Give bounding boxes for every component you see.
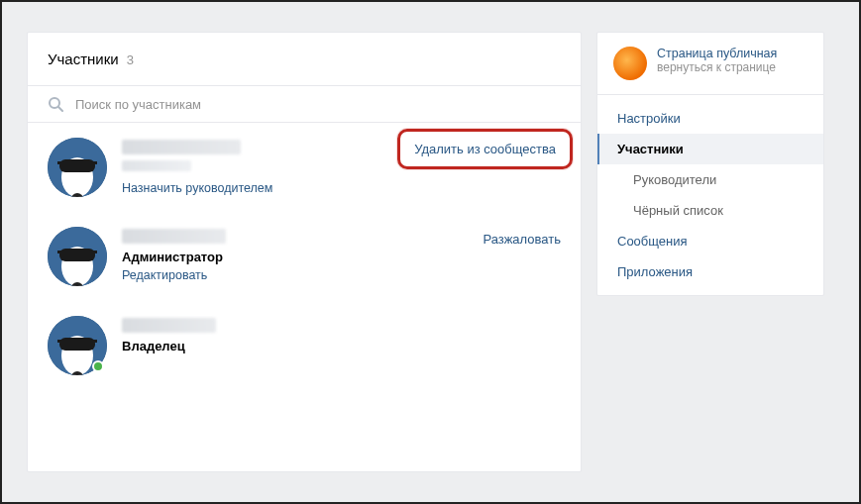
search-input[interactable]	[75, 97, 561, 112]
member-name[interactable]	[122, 140, 241, 154]
svg-rect-5	[59, 159, 95, 172]
avatar[interactable]	[48, 138, 107, 197]
member-role: Администратор	[122, 250, 561, 264]
svg-rect-16	[57, 340, 97, 343]
sidebar-item-apps[interactable]: Приложения	[597, 256, 823, 287]
svg-rect-10	[59, 249, 95, 261]
sidebar-item-settings[interactable]: Настройки	[597, 103, 823, 134]
sidebar-subitem-blacklist[interactable]: Чёрный список	[597, 195, 823, 226]
community-name-link[interactable]: Страница публичная	[657, 47, 777, 60]
sidebar-item-messages[interactable]: Сообщения	[597, 226, 823, 256]
svg-rect-6	[57, 161, 97, 164]
svg-rect-11	[57, 251, 97, 253]
assign-manager-link[interactable]: Назначить руководителем	[122, 181, 561, 195]
member-row: Назначить руководителем Удалить из сообщ…	[28, 123, 581, 212]
members-list: Назначить руководителем Удалить из сообщ…	[28, 123, 581, 390]
page-title: Участники	[48, 50, 119, 67]
sidebar-item-members[interactable]: Участники	[597, 134, 823, 164]
sidebar: Страница публичная вернуться к странице …	[596, 32, 824, 296]
member-subtext	[122, 160, 191, 171]
community-info: Страница публичная вернуться к странице	[657, 47, 777, 80]
svg-rect-15	[59, 338, 95, 351]
back-to-page-link[interactable]: вернуться к странице	[657, 60, 777, 74]
avatar-wrap	[48, 316, 107, 375]
avatar[interactable]	[48, 227, 107, 286]
search-icon	[48, 96, 63, 112]
member-row: Владелец	[28, 301, 581, 390]
community-header: Страница публичная вернуться к странице	[597, 33, 823, 95]
sidebar-subitem-managers[interactable]: Руководители	[597, 164, 823, 195]
member-name[interactable]	[122, 229, 226, 244]
demote-link[interactable]: Разжаловать	[483, 232, 561, 247]
member-role: Владелец	[122, 339, 561, 353]
sidebar-menu: Настройки Участники Руководители Чёрный …	[597, 95, 823, 295]
member-body: Владелец	[122, 316, 561, 357]
member-name[interactable]	[122, 318, 216, 333]
edit-manager-link[interactable]: Редактировать	[122, 268, 561, 282]
member-row: Администратор Редактировать Разжаловать	[28, 212, 581, 301]
members-count: 3	[127, 52, 134, 67]
svg-line-1	[58, 107, 62, 111]
community-avatar[interactable]	[613, 47, 647, 80]
remove-from-community-button[interactable]: Удалить из сообщества	[397, 129, 573, 169]
members-panel: Участники 3 Назначить руководителем Удал	[27, 32, 582, 472]
search-row[interactable]	[28, 86, 581, 123]
panel-header: Участники 3	[28, 33, 581, 86]
online-indicator	[92, 360, 104, 372]
